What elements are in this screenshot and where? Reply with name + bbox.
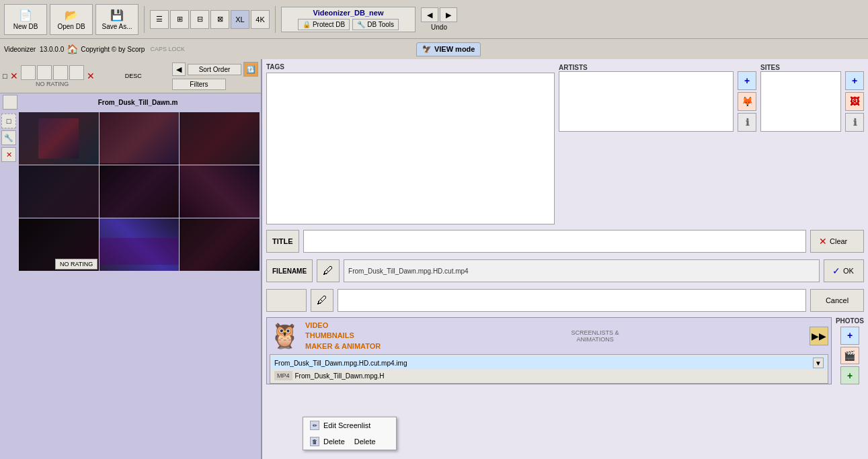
thumbnail-area: From_Dusk_Till_Dawn.m □ 🔧 ✕ 24x768 (0, 93, 261, 459)
separator-2 (275, 6, 276, 33)
large-view-btn[interactable]: ⊠ (210, 10, 229, 29)
video-label-3: MAKER & ANIMATOR (305, 341, 381, 351)
top-metadata-row: TAGS ARTISTS + 🦊 ℹ SITES (266, 63, 864, 224)
context-edit-label: Edit Screenlist (323, 421, 370, 429)
delete-icon[interactable]: ✕ (87, 71, 95, 81)
open-db-icon: 📂 (65, 9, 78, 22)
new-db-icon: 📄 (19, 9, 32, 22)
clear-x-icon: ✕ (819, 236, 827, 247)
checkmark-icon: ✓ (832, 265, 840, 276)
sites-box[interactable] (760, 71, 841, 132)
undo-label: Undo (431, 24, 447, 31)
extra-label-box (266, 289, 307, 312)
expand-btn[interactable]: ▼ (813, 358, 824, 368)
filename-row: FILENAME 🖊 ✓ OK (266, 258, 864, 284)
sites-img-btn[interactable]: 🖼 (845, 92, 864, 111)
top-toolbar: 📄 New DB 📂 Open DB 💾 Save As... ☰ ⊞ ⊟ ⊠ … (0, 0, 868, 39)
artists-section: ARTISTS + 🦊 ℹ (559, 63, 756, 224)
prev-arrow[interactable]: ◀ (172, 62, 186, 76)
screenlists-label-1: SCREENLISTS & (386, 329, 804, 336)
new-db-button[interactable]: 📄 New DB (4, 4, 47, 35)
lock-icon: 🔒 (303, 21, 311, 28)
thumb-3-img (180, 112, 260, 165)
tags-section: TAGS (266, 63, 555, 224)
tools-icon: 🔧 (357, 21, 365, 28)
ok-button[interactable]: ✓ OK (824, 259, 864, 282)
thumb-tools-icon[interactable]: 🔧 (1, 130, 16, 145)
context-menu: ✏ Edit Screenlist 🗑 Delete Delete (303, 417, 397, 450)
4k-btn[interactable]: 4K (251, 10, 270, 29)
thumb-select-icon[interactable]: □ (1, 114, 16, 128)
clear-button[interactable]: ✕ Clear (810, 230, 864, 253)
screenlists-area: 🦉 VIDEO THUMBNAILS MAKER & ANIMATOR SCRE… (266, 317, 832, 384)
photos-add-btn[interactable]: + (840, 327, 859, 345)
artists-box[interactable] (559, 71, 734, 132)
extra-field[interactable] (338, 289, 806, 312)
xl-btn[interactable]: XL (231, 10, 249, 29)
thumb-6 (180, 165, 260, 218)
view-mode-tab-container: 🦅 VIEW mode (416, 42, 481, 56)
undo-back-btn[interactable]: ◀ (421, 7, 438, 22)
star-2[interactable] (37, 65, 52, 80)
context-delete[interactable]: 🗑 Delete Delete (303, 433, 396, 450)
second-toolbar: Videonizer 13.0.0.0 🏠 Copyright © by Sco… (0, 39, 868, 59)
artists-controls: + 🦊 ℹ (738, 71, 756, 132)
save-as-button[interactable]: 💾 Save As... (95, 4, 139, 35)
star-4[interactable] (69, 65, 84, 80)
artists-add-btn[interactable]: + (738, 71, 756, 90)
star-3[interactable] (53, 65, 68, 80)
right-panel: TAGS ARTISTS + 🦊 ℹ SITES (262, 59, 868, 459)
cancel-button[interactable]: Cancel (810, 289, 864, 312)
thumb-title: From_Dusk_Till_Dawn.m (17, 97, 258, 108)
sort-order-button[interactable]: Sort Order (188, 64, 241, 75)
photos-area: PHOTOS + 🎬 + (836, 317, 864, 384)
thumb-header: From_Dusk_Till_Dawn.m (0, 93, 261, 111)
context-delete-label-2: Delete (354, 437, 376, 446)
forward-button[interactable]: ▶▶ (810, 327, 828, 345)
save-as-icon: 💾 (110, 9, 124, 22)
caps-lock-label: CAPS LOCK (150, 46, 185, 52)
undo-fwd-btn[interactable]: ▶ (440, 7, 457, 22)
photos-film-btn[interactable]: 🎬 (840, 347, 859, 365)
photos-label: PHOTOS (836, 317, 864, 325)
pen-icon[interactable]: 🖊 (317, 259, 340, 282)
artists-info-btn[interactable]: ℹ (738, 113, 756, 132)
filename-input[interactable] (344, 259, 820, 282)
sites-section: SITES + 🖼 ℹ (760, 63, 864, 224)
db-tools-label: DB Tools (367, 21, 394, 28)
close-x-icon[interactable]: ✕ (10, 71, 18, 81)
context-edit-screenlist[interactable]: ✏ Edit Screenlist (303, 417, 396, 433)
thumb-4-img (19, 165, 99, 218)
protect-db-button[interactable]: 🔒 Protect DB (298, 19, 350, 30)
photos-extra-btn[interactable]: + (840, 366, 859, 384)
thumb-6-img (180, 165, 260, 218)
detail-view-btn[interactable]: ⊟ (190, 10, 209, 29)
filename-label-box: FILENAME (266, 259, 313, 282)
extra-pen-icon[interactable]: 🖊 (311, 289, 333, 312)
thumb-2-label (100, 163, 180, 165)
filters-button[interactable]: Filters (172, 79, 226, 90)
view-mode-tab[interactable]: 🦅 VIEW mode (416, 42, 481, 56)
list-view-btn[interactable]: ☰ (150, 10, 169, 29)
sites-add-btn[interactable]: + (845, 71, 864, 90)
view-mode-label: VIEW mode (434, 45, 475, 53)
db-tools-button[interactable]: 🔧 DB Tools (352, 19, 399, 30)
artists-edit-btn[interactable]: 🦊 (738, 92, 756, 111)
open-db-button[interactable]: 📂 Open DB (50, 4, 93, 35)
title-input[interactable] (303, 230, 806, 253)
left-panel: □ ✕ NO RATING ✕ DESC ◀ Sort Order 🔃 (0, 59, 262, 459)
star-1[interactable] (21, 65, 36, 80)
tags-box[interactable] (266, 73, 555, 224)
thumb-side-icons: □ 🔧 ✕ (0, 111, 17, 276)
sites-info-btn[interactable]: ℹ (845, 113, 864, 132)
left-controls: □ ✕ NO RATING ✕ DESC ◀ Sort Order 🔃 (0, 59, 261, 93)
save-as-label: Save As... (102, 23, 132, 30)
filename-field-label: FILENAME (272, 267, 307, 275)
sort-icon-btn[interactable]: 🔃 (243, 62, 258, 77)
grid-view-btn[interactable]: ⊞ (170, 10, 189, 29)
checkbox[interactable]: □ (3, 72, 7, 80)
thumb-close-icon[interactable]: ✕ (1, 147, 16, 162)
thumb-5 (100, 165, 180, 218)
home-icon[interactable]: 🏠 (67, 44, 78, 54)
screenlist-row-1: From_Dusk_Till_Dawn.mpg.HD.cut.mp4.img ▼ (272, 356, 826, 370)
